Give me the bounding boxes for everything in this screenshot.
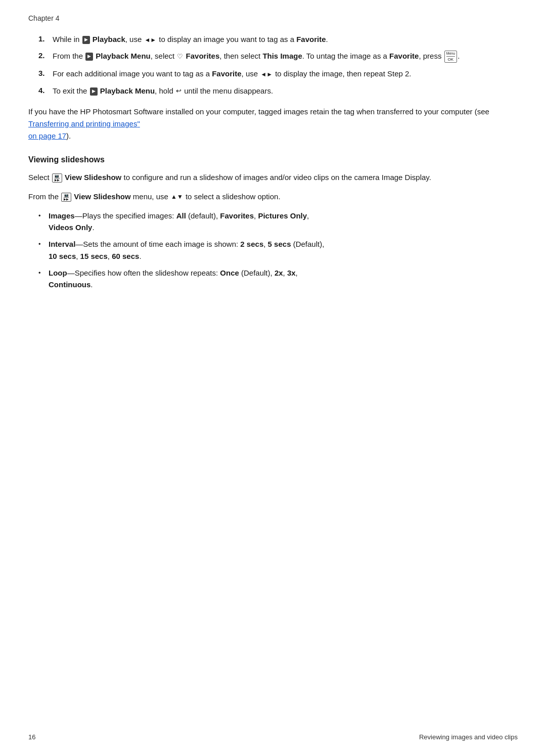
heart-icon: ♡ [177, 52, 183, 62]
page-container: Chapter 4 1. While in ▶ Playback, use ◄►… [0, 0, 546, 756]
60secs-label: 60 secs [112, 252, 139, 260]
interval-term: Interval [49, 240, 75, 248]
loop-term: Loop [49, 269, 67, 277]
chapter-header: Chapter 4 [28, 14, 518, 22]
list-item: 3. For each additional image you want to… [38, 68, 518, 79]
favorite-label2: Favorite [389, 52, 419, 60]
menu-ok-icon: Menu OK [444, 51, 458, 63]
section-title: Reviewing images and video clips [419, 733, 518, 741]
para-text-start: If you have the HP Photosmart Software i… [28, 107, 489, 116]
list-item: 1. While in ▶ Playback, use ◄► to displa… [38, 33, 518, 45]
view-slideshow-label: View Slideshow [65, 173, 121, 182]
section-heading: Viewing slideshows [28, 155, 518, 164]
continuous-label: Continuous [49, 280, 90, 289]
playback-label: Playback [93, 35, 125, 43]
bullet-dot: • [38, 267, 49, 291]
photosmart-paragraph: If you have the HP Photosmart Software i… [28, 106, 518, 142]
transfer-link[interactable]: Transferring and printing images" on pag… [28, 119, 140, 140]
5secs-label: 5 secs [268, 240, 291, 248]
menu-text: Menu [446, 51, 456, 57]
chapter-title: Chapter 4 [28, 14, 59, 22]
slideshow-intro-paragraph: Select 📷 ▶▶ View Slideshow to configure … [28, 171, 518, 184]
list-number: 3. [38, 68, 53, 79]
para2-pre: Select [28, 173, 52, 182]
this-image-label: This Image [262, 52, 302, 60]
playback-menu-label: Playback Menu [96, 52, 150, 60]
back-icon: ↩ [176, 86, 181, 96]
bullet-content: Images—Plays the specified images: All (… [49, 210, 518, 234]
page-number: 16 [28, 733, 35, 741]
favorite-label: Favorite [296, 35, 326, 43]
list-number: 2. [38, 50, 53, 63]
view-slideshow-icon: 📷 ▶▶ [52, 173, 62, 183]
playback-menu-label2: Playback Menu [100, 86, 155, 95]
videos-only-label: Videos Only [49, 223, 92, 232]
favorites-label2: Favorites [220, 211, 254, 220]
lr-arrows-icon: ◄► [144, 35, 156, 45]
ud-arrows-icon: ▲▼ [171, 192, 183, 202]
bullet-content: Interval—Sets the amount of time each im… [49, 238, 518, 262]
all-label: All [176, 211, 186, 220]
lr-arrows-icon: ◄► [260, 70, 272, 79]
playback-icon: ▶ [82, 36, 90, 44]
slideshow-menu-paragraph: From the 📷 ▶▶ View Slideshow menu, use ▲… [28, 191, 518, 203]
list-item-content: From the ▶ Playback Menu, select ♡ Favor… [53, 50, 518, 63]
numbered-list: 1. While in ▶ Playback, use ◄► to displa… [28, 33, 518, 97]
bullet-dot: • [38, 210, 49, 234]
bullet-item: • Loop—Specifies how often the slideshow… [38, 267, 518, 291]
list-item-content: To exit the ▶ Playback Menu, hold ↩ unti… [53, 85, 518, 97]
para3-rest: menu, use [133, 192, 170, 201]
bullet-item: • Images—Plays the specified images: All… [38, 210, 518, 234]
bullet-item: • Interval—Sets the amount of time each … [38, 238, 518, 262]
list-number: 1. [38, 33, 53, 45]
para-text-end: ). [66, 131, 71, 140]
bullet-dot: • [38, 238, 49, 262]
images-term: Images [49, 211, 75, 220]
bullet-list: • Images—Plays the specified images: All… [28, 210, 518, 291]
bullet-content: Loop—Specifies how often the slideshow r… [49, 267, 518, 291]
view-slideshow-label2: View Slideshow [74, 192, 130, 201]
playback-icon: ▶ [85, 53, 93, 61]
para3-pre: From the [28, 192, 61, 201]
playback-icon: ▶ [90, 87, 98, 96]
once-label: Once [220, 269, 239, 277]
list-item: 2. From the ▶ Playback Menu, select ♡ Fa… [38, 50, 518, 63]
favorite-label3: Favorite [212, 69, 241, 78]
10secs-label: 10 secs [49, 252, 76, 260]
list-item: 4. To exit the ▶ Playback Menu, hold ↩ u… [38, 85, 518, 97]
para3-rest2: to select a slideshow option. [184, 192, 281, 201]
page-footer: 16 Reviewing images and video clips [28, 733, 518, 741]
view-slideshow-icon2: 📷 ▶▶ [61, 193, 71, 202]
3x-label: 3x [287, 269, 296, 277]
favorites-label: Favorites [186, 52, 220, 60]
para2-rest: to configure and run a slideshow of imag… [123, 173, 431, 182]
list-item-content: While in ▶ Playback, use ◄► to display a… [53, 33, 518, 45]
pictures-only-label: Pictures Only [258, 211, 307, 220]
15secs-label: 15 secs [80, 252, 108, 260]
list-item-content: For each additional image you want to ta… [53, 68, 518, 79]
2secs-label: 2 secs [240, 240, 263, 248]
list-number: 4. [38, 85, 53, 97]
ok-text: OK [446, 57, 456, 62]
2x-label: 2x [275, 269, 283, 277]
